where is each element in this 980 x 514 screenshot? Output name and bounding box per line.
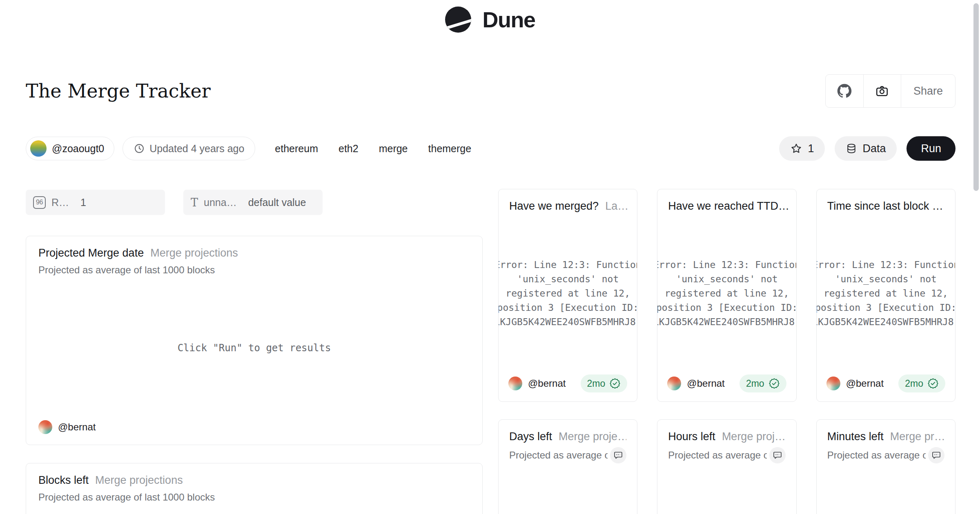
- clock-icon: [134, 143, 145, 154]
- card-subtitle: Projected as average o: [668, 450, 766, 461]
- card-days-left: Days left Merge proje… Projected as aver…: [498, 419, 637, 514]
- age-label: 2mo: [587, 378, 606, 389]
- card-subtitle: Projected as average o: [509, 450, 608, 461]
- tag-merge[interactable]: merge: [379, 143, 408, 155]
- share-button[interactable]: Share: [901, 75, 955, 107]
- github-button[interactable]: [826, 75, 863, 107]
- query-link[interactable]: Merge proje…: [559, 430, 626, 443]
- card-footer: @bernat: [38, 420, 470, 434]
- query-error-text: Error: Line 12:3: Function 'unix_seconds…: [817, 258, 955, 329]
- query-error-text: Error: Line 12:3: Function 'unix_seconds…: [499, 258, 637, 329]
- author-avatar: [667, 377, 681, 390]
- author-avatar: [508, 377, 522, 390]
- comments-button[interactable]: [928, 447, 944, 463]
- dune-logo-icon: [445, 7, 471, 33]
- badge-check-icon: [927, 378, 939, 389]
- parameter-widgets: 96 R… 1 T unna… default value: [26, 190, 483, 215]
- author-pill[interactable]: @zoaougt0: [26, 137, 114, 160]
- query-link[interactable]: Merge proj…: [722, 430, 786, 443]
- card-subtitle: Projected as average o: [827, 450, 926, 461]
- card-title: Have we reached TTD…: [668, 200, 789, 213]
- card-subtitle: Projected as average of last 1000 blocks: [38, 492, 470, 503]
- counter-cards-row: Have we merged? La… Error: Line 12:3: Fu…: [498, 189, 956, 402]
- card-author-handle[interactable]: @bernat: [528, 378, 566, 389]
- comments-button[interactable]: [610, 447, 626, 463]
- bottom-cards-row: Days left Merge proje… Projected as aver…: [498, 419, 956, 514]
- param-name: R…: [51, 197, 69, 208]
- dune-logo[interactable]: Dune: [0, 7, 980, 33]
- age-badge: 2mo: [739, 374, 786, 392]
- star-button[interactable]: 1: [779, 136, 825, 161]
- camera-icon: [875, 84, 889, 98]
- comment-icon: [931, 450, 941, 460]
- comment-icon: [613, 450, 623, 460]
- card-author-handle[interactable]: @bernat: [58, 421, 96, 433]
- card-minutes-left: Minutes left Merge pr… Projected as aver…: [816, 419, 956, 514]
- card-projected-merge-date: Projected Merge date Merge projections P…: [26, 236, 483, 445]
- card-header: Have we merged? La…: [499, 200, 637, 213]
- database-icon: [846, 143, 857, 154]
- updated-label: Updated 4 years ago: [149, 143, 244, 155]
- data-button[interactable]: Data: [835, 136, 897, 161]
- tag-themerge[interactable]: themerge: [428, 143, 472, 155]
- page-title: The Merge Tracker: [26, 80, 211, 102]
- comment-icon: [773, 450, 782, 460]
- run-button-label: Run: [921, 142, 941, 155]
- age-badge: 2mo: [581, 374, 628, 392]
- author-avatar: [38, 420, 52, 434]
- card-subtitle-row: Projected as average o: [668, 447, 785, 463]
- star-count: 1: [808, 142, 814, 155]
- dashboard-grid: 96 R… 1 T unna… default value Projected …: [26, 189, 956, 514]
- param-value: 1: [80, 197, 86, 208]
- tag-ethereum[interactable]: ethereum: [275, 143, 318, 155]
- screenshot-button[interactable]: [863, 75, 901, 107]
- age-label: 2mo: [746, 378, 764, 389]
- query-link[interactable]: La…: [605, 200, 628, 213]
- comments-button[interactable]: [769, 447, 786, 463]
- meta-row: @zoaougt0 Updated 4 years ago ethereum e…: [26, 136, 956, 161]
- star-icon: [790, 142, 802, 155]
- param-widget-text[interactable]: T unna… default value: [183, 190, 323, 215]
- card-header: Days left Merge proje…: [509, 430, 626, 443]
- error-area: Error: Line 12:3: Function 'unix_seconds…: [499, 213, 637, 374]
- card-title: Blocks left: [38, 474, 89, 487]
- author-avatar: [826, 377, 840, 390]
- dashboard-header: The Merge Tracker Share: [26, 74, 956, 108]
- data-button-label: Data: [862, 142, 886, 155]
- card-title: Projected Merge date: [38, 247, 144, 259]
- card-author-handle[interactable]: @bernat: [846, 378, 884, 389]
- tag-list: ethereum eth2 merge themerge: [275, 143, 471, 155]
- dashboard-actions: 1 Data Run: [779, 136, 956, 161]
- card-title: Have we merged?: [509, 200, 599, 213]
- card-subtitle-row: Projected as average o: [509, 447, 626, 463]
- param-widget-number[interactable]: 96 R… 1: [26, 190, 165, 215]
- param-value: default value: [248, 197, 306, 208]
- right-column: Have we merged? La… Error: Line 12:3: Fu…: [498, 189, 956, 514]
- query-link[interactable]: Merge projections: [150, 247, 238, 259]
- number-param-icon: 96: [33, 196, 46, 209]
- tag-eth2[interactable]: eth2: [339, 143, 359, 155]
- run-button[interactable]: Run: [906, 136, 956, 161]
- card-title: Hours left: [668, 430, 715, 443]
- author-handle: @zoaougt0: [52, 143, 104, 155]
- error-area: Error: Line 12:3: Function 'unix_seconds…: [657, 213, 796, 374]
- card-header: Projected Merge date Merge projections: [38, 247, 470, 259]
- query-error-text: Error: Line 12:3: Function 'unix_seconds…: [657, 258, 796, 329]
- card-header: Minutes left Merge pr…: [827, 430, 944, 443]
- card-subtitle-row: Projected as average o: [827, 447, 944, 463]
- age-badge: 2mo: [898, 374, 945, 392]
- error-area: Error: Line 12:3: Function 'unix_seconds…: [817, 213, 955, 374]
- share-button-group: Share: [825, 74, 956, 108]
- github-icon: [837, 84, 852, 98]
- query-link[interactable]: Merge pr…: [890, 430, 944, 443]
- query-link[interactable]: Merge projections: [95, 474, 183, 487]
- card-header: Hours left Merge proj…: [668, 430, 785, 443]
- text-param-icon: T: [191, 196, 198, 209]
- card-blocks-left: Blocks left Merge projections Projected …: [26, 463, 483, 514]
- vertical-scrollbar-thumb[interactable]: [973, 3, 979, 191]
- card-footer: @bernat 2mo: [657, 374, 796, 392]
- card-title: Minutes left: [827, 430, 884, 443]
- card-header: Have we reached TTD…: [657, 200, 796, 213]
- empty-state-text: Click "Run" to get results: [38, 276, 470, 420]
- card-author-handle[interactable]: @bernat: [687, 378, 724, 389]
